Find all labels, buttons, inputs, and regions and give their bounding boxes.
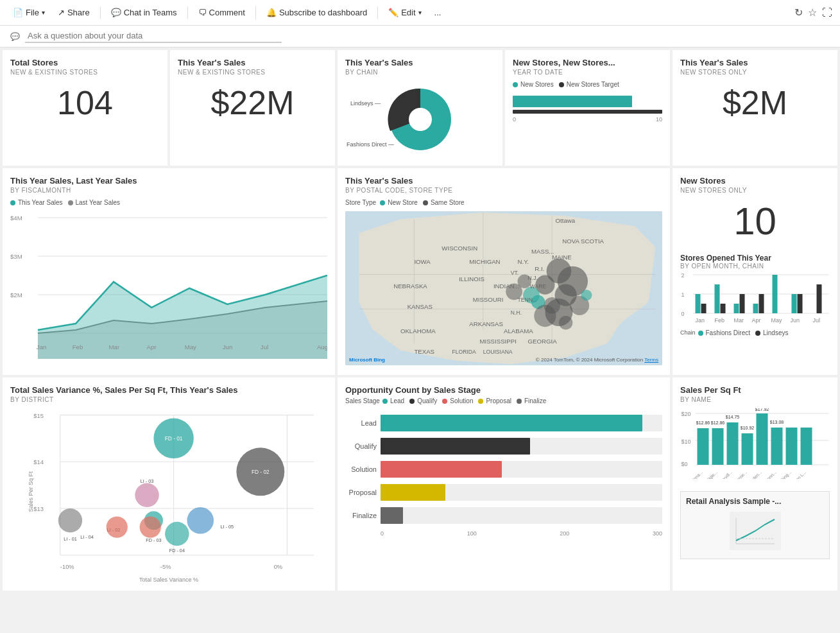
svg-text:GEORGIA: GEORGIA bbox=[528, 338, 558, 345]
card-total-stores[interactable]: Total Stores NEW & EXISTING STORES 104 bbox=[3, 50, 167, 166]
bookmark-icon[interactable]: ☆ bbox=[808, 6, 817, 19]
svg-rect-137 bbox=[786, 428, 798, 465]
svg-text:0: 0 bbox=[681, 311, 685, 317]
svg-text:Jul: Jul bbox=[261, 344, 268, 351]
svg-point-111 bbox=[140, 516, 161, 537]
svg-point-113 bbox=[135, 483, 159, 507]
svg-text:N.Y.: N.Y. bbox=[517, 258, 529, 265]
svg-text:WISCONSIN: WISCONSIN bbox=[441, 245, 477, 252]
svg-text:2: 2 bbox=[681, 272, 685, 279]
card-bubble[interactable]: Total Sales Variance %, Sales Per Sq Ft,… bbox=[3, 377, 335, 591]
comment-button[interactable]: 🗨 Comment bbox=[193, 5, 250, 20]
opp-bar-qualify: Qualify bbox=[345, 438, 662, 455]
retail-thumbnail bbox=[686, 508, 824, 553]
svg-text:ILLINOIS: ILLINOIS bbox=[459, 275, 484, 282]
edit-icon: ✏️ bbox=[388, 8, 399, 17]
svg-text:0%: 0% bbox=[274, 564, 283, 570]
card-new-stores-ytd[interactable]: New Stores, New Stores... YEAR TO DATE N… bbox=[505, 50, 670, 166]
svg-text:$10.92: $10.92 bbox=[741, 426, 755, 430]
opp-bar-proposal: Proposal bbox=[345, 484, 662, 501]
svg-rect-127 bbox=[712, 428, 724, 465]
svg-text:Cincinna...: Cincinna... bbox=[685, 470, 703, 479]
svg-text:May: May bbox=[185, 344, 197, 351]
svg-point-109 bbox=[58, 508, 82, 532]
share-button[interactable]: ↗ Share bbox=[53, 5, 95, 20]
svg-text:MISSISSIPPI: MISSISSIPPI bbox=[479, 338, 516, 345]
svg-text:$14.75: $14.75 bbox=[726, 415, 740, 419]
card-map[interactable]: This Year's Sales BY POSTAL CODE, STORE … bbox=[338, 168, 670, 375]
ytd-legend: New Stores New Stores Target bbox=[513, 81, 662, 88]
svg-text:ALABAMA: ALABAMA bbox=[504, 327, 533, 334]
subscribe-button[interactable]: 🔔 Subscribe to dashboard bbox=[261, 5, 372, 20]
retail-sample-card[interactable]: Retail Analysis Sample -... bbox=[680, 491, 830, 559]
new-stores-number: 10 bbox=[680, 199, 830, 243]
map-legend: Store Type New Store Same Store bbox=[345, 199, 662, 206]
qa-icon: 💬 bbox=[10, 32, 20, 41]
svg-text:IOWA: IOWA bbox=[414, 258, 431, 265]
svg-rect-71 bbox=[715, 284, 720, 313]
svg-text:Feb: Feb bbox=[73, 344, 83, 351]
svg-text:LI - 04: LI - 04 bbox=[80, 534, 94, 540]
svg-text:FLORIDA: FLORIDA bbox=[452, 349, 476, 355]
map-attribution: © 2024 TomTom, © 2024 Microsoft Corporat… bbox=[536, 357, 658, 363]
card-this-year-sales[interactable]: This Year's Sales NEW & EXISTING STORES … bbox=[170, 50, 335, 166]
dashboard: Total Stores NEW & EXISTING STORES 104 T… bbox=[0, 48, 840, 593]
chart-label-fashions: Fashions Direct — bbox=[347, 141, 394, 148]
refresh-icon[interactable]: ↻ bbox=[794, 6, 803, 19]
teams-icon: 💬 bbox=[111, 8, 121, 17]
svg-text:$17.92: $17.92 bbox=[755, 408, 769, 412]
svg-text:MICHIGAN: MICHIGAN bbox=[469, 258, 500, 265]
svg-text:Ft. Ogle...: Ft. Ogle... bbox=[701, 470, 719, 479]
svg-text:OKLAHOMA: OKLAHOMA bbox=[400, 327, 436, 334]
svg-rect-70 bbox=[701, 304, 707, 313]
svg-text:Pasden...: Pasden... bbox=[746, 470, 762, 479]
svg-point-107 bbox=[165, 522, 189, 546]
new-stores-dot bbox=[513, 82, 518, 87]
card-line-chart[interactable]: This Year Sales, Last Year Sales BY FISC… bbox=[3, 168, 335, 375]
more-button[interactable]: ... bbox=[429, 5, 447, 20]
opp-bars: Lead Qualify Solution Prop bbox=[345, 415, 662, 524]
svg-text:$10: $10 bbox=[681, 438, 691, 445]
chat-in-teams-button[interactable]: 💬 Chat in Teams bbox=[106, 5, 182, 20]
svg-text:$0: $0 bbox=[681, 461, 688, 467]
card-sales-sqft[interactable]: Sales Per Sq Ft BY NAME $20 $10 $0 $12.8… bbox=[673, 377, 837, 591]
svg-text:INDIAN...: INDIAN... bbox=[493, 282, 520, 290]
svg-text:KANSAS: KANSAS bbox=[407, 303, 433, 310]
svg-text:WARE: WARE bbox=[530, 283, 547, 290]
svg-point-1 bbox=[409, 108, 432, 131]
subscribe-icon: 🔔 bbox=[266, 8, 277, 17]
card-this-year-chain[interactable]: This Year's Sales BY CHAIN Lindseys — Fa… bbox=[338, 50, 502, 166]
qa-input[interactable] bbox=[25, 30, 282, 43]
bing-logo: Microsoft Bing bbox=[349, 357, 385, 363]
separator4 bbox=[377, 6, 378, 19]
svg-text:Feb: Feb bbox=[715, 317, 725, 324]
svg-text:FD - 02: FD - 02 bbox=[252, 469, 270, 475]
svg-text:LI - 03: LI - 03 bbox=[141, 478, 154, 484]
edit-button[interactable]: ✏️ Edit ▾ bbox=[383, 5, 426, 20]
svg-text:TENN...: TENN... bbox=[517, 297, 537, 303]
svg-point-31 bbox=[534, 305, 556, 327]
svg-text:N.J.: N.J. bbox=[528, 275, 538, 281]
svg-text:1: 1 bbox=[681, 291, 685, 298]
pie-chart: Lindseys — Fashions Direct — bbox=[345, 81, 495, 158]
separator bbox=[100, 6, 101, 19]
svg-text:Jun: Jun bbox=[791, 317, 800, 324]
new-stores-bar bbox=[513, 96, 632, 107]
svg-text:May: May bbox=[771, 317, 783, 324]
svg-rect-80 bbox=[817, 284, 822, 313]
chart-label-lindseys: Lindseys — bbox=[350, 100, 381, 107]
svg-text:Mar: Mar bbox=[734, 317, 744, 324]
svg-text:FD - 03: FD - 03 bbox=[146, 537, 161, 543]
svg-text:Apr: Apr bbox=[147, 344, 157, 351]
card-opportunity[interactable]: Opportunity Count by Sales Stage Sales S… bbox=[338, 377, 670, 591]
y-label-4m: $4M bbox=[10, 215, 22, 221]
svg-text:Jun: Jun bbox=[223, 344, 233, 351]
svg-text:VT.: VT. bbox=[511, 270, 519, 276]
card-new-stores-only[interactable]: This Year's Sales NEW STORES ONLY $2M bbox=[673, 50, 837, 166]
svg-rect-133 bbox=[757, 413, 768, 465]
fullscreen-icon[interactable]: ⛶ bbox=[822, 7, 832, 19]
svg-text:Jul: Jul bbox=[813, 317, 821, 324]
card-new-stores-num[interactable]: New Stores NEW STORES ONLY 10 Stores Ope… bbox=[673, 168, 837, 375]
file-menu[interactable]: 📄 File ▾ bbox=[8, 5, 50, 20]
map-visual: IOWA NEBRASKA KANSAS OKLAHOMA TEXAS MICH… bbox=[345, 211, 662, 365]
